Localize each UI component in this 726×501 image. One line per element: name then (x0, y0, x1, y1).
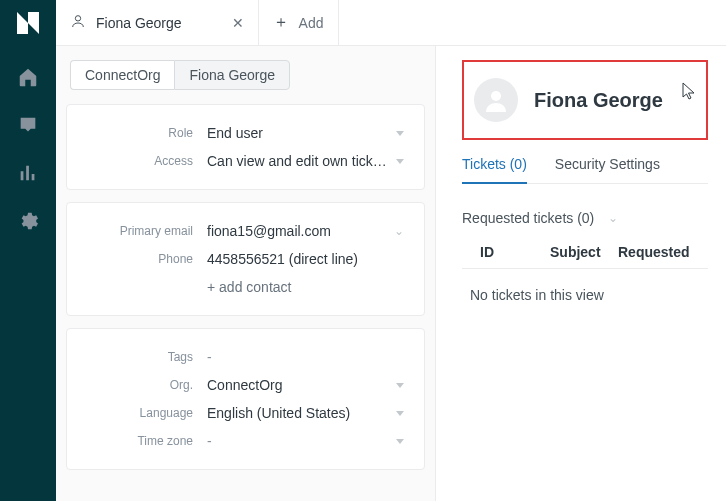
profile-subtabs: Tickets (0) Security Settings (462, 156, 708, 184)
col-requested[interactable]: Requested (618, 244, 708, 260)
org-value: ConnectOrg (207, 377, 282, 393)
tab-bar: Fiona George ✕ ＋ Add (56, 0, 726, 46)
tab-close-icon[interactable]: ✕ (232, 15, 244, 31)
primary-email-label: Primary email (67, 224, 207, 238)
card-meta: Tags - Org. ConnectOrg Language English (66, 328, 425, 470)
tab-user[interactable]: Fiona George ✕ (56, 0, 259, 45)
breadcrumb: ConnectOrg Fiona George (70, 60, 435, 90)
caret-down-icon (396, 439, 404, 444)
tickets-panel: Fiona George Tickets (0) Security Settin… (436, 46, 726, 501)
tickets-table: ID Subject Requested No tickets in this … (462, 236, 708, 303)
profile-header: Fiona George (462, 60, 708, 140)
col-subject[interactable]: Subject (550, 244, 618, 260)
details-panel: ConnectOrg Fiona George Role End user Ac… (56, 46, 436, 501)
chevron-down-icon: ⌄ (608, 211, 618, 225)
access-label: Access (67, 154, 207, 168)
phone-value: 4458556521 (direct line) (207, 251, 358, 267)
tab-add-label: Add (299, 15, 324, 31)
tab-user-label: Fiona George (96, 15, 182, 31)
svg-point-1 (491, 91, 501, 101)
caret-down-icon (396, 411, 404, 416)
profile-name: Fiona George (534, 89, 663, 112)
role-value: End user (207, 125, 263, 141)
subtab-security[interactable]: Security Settings (555, 156, 660, 183)
bar-chart-icon (17, 162, 39, 184)
org-label: Org. (67, 378, 207, 392)
chevron-down-icon: ⌄ (394, 224, 404, 238)
nav-reports[interactable] (0, 160, 56, 186)
table-header-row: ID Subject Requested (462, 236, 708, 269)
gear-icon (17, 210, 39, 232)
left-nav-rail (0, 0, 56, 501)
avatar (474, 78, 518, 122)
timezone-value: - (207, 433, 212, 449)
nav-settings[interactable] (0, 208, 56, 234)
caret-down-icon (396, 383, 404, 388)
access-select[interactable]: Can view and edit own tick… (207, 153, 412, 169)
col-id[interactable]: ID (480, 244, 550, 260)
language-value: English (United States) (207, 405, 350, 421)
role-select[interactable]: End user (207, 125, 412, 141)
timezone-select[interactable]: - (207, 433, 412, 449)
tags-label: Tags (67, 350, 207, 364)
timezone-label: Time zone (67, 434, 207, 448)
tags-value: - (207, 349, 212, 365)
person-icon (484, 88, 508, 112)
app-logo (17, 12, 39, 34)
primary-email-value: fiona15@gmail.com (207, 223, 331, 239)
card-contact: Primary email fiona15@gmail.com ⌄ Phone … (66, 202, 425, 316)
add-contact-button[interactable]: + add contact (207, 279, 291, 295)
language-label: Language (67, 406, 207, 420)
breadcrumb-user[interactable]: Fiona George (174, 60, 290, 90)
phone-field[interactable]: 4458556521 (direct line) (207, 251, 412, 267)
org-select[interactable]: ConnectOrg (207, 377, 412, 393)
inbox-icon (17, 114, 39, 136)
empty-state: No tickets in this view (462, 269, 708, 303)
nav-home[interactable] (0, 64, 56, 90)
requested-tickets-label: Requested tickets (0) (462, 210, 594, 226)
subtab-tickets[interactable]: Tickets (0) (462, 156, 527, 184)
caret-down-icon (396, 159, 404, 164)
language-select[interactable]: English (United States) (207, 405, 412, 421)
main-area: Fiona George ✕ ＋ Add ConnectOrg Fiona Ge… (56, 0, 726, 501)
primary-email-field[interactable]: fiona15@gmail.com ⌄ (207, 223, 412, 239)
breadcrumb-org[interactable]: ConnectOrg (70, 60, 174, 90)
caret-down-icon (396, 131, 404, 136)
card-role-access: Role End user Access Can view and edit o… (66, 104, 425, 190)
plus-icon: ＋ (273, 12, 289, 33)
access-value: Can view and edit own tick… (207, 153, 387, 169)
role-label: Role (67, 126, 207, 140)
home-icon (17, 66, 39, 88)
person-icon (70, 13, 86, 32)
phone-label: Phone (67, 252, 207, 266)
svg-point-0 (75, 16, 80, 21)
content-split: ConnectOrg Fiona George Role End user Ac… (56, 46, 726, 501)
tab-add[interactable]: ＋ Add (259, 0, 339, 45)
requested-tickets-toggle[interactable]: Requested tickets (0) ⌄ (462, 210, 708, 226)
nav-inbox[interactable] (0, 112, 56, 138)
tags-field[interactable]: - (207, 349, 412, 365)
